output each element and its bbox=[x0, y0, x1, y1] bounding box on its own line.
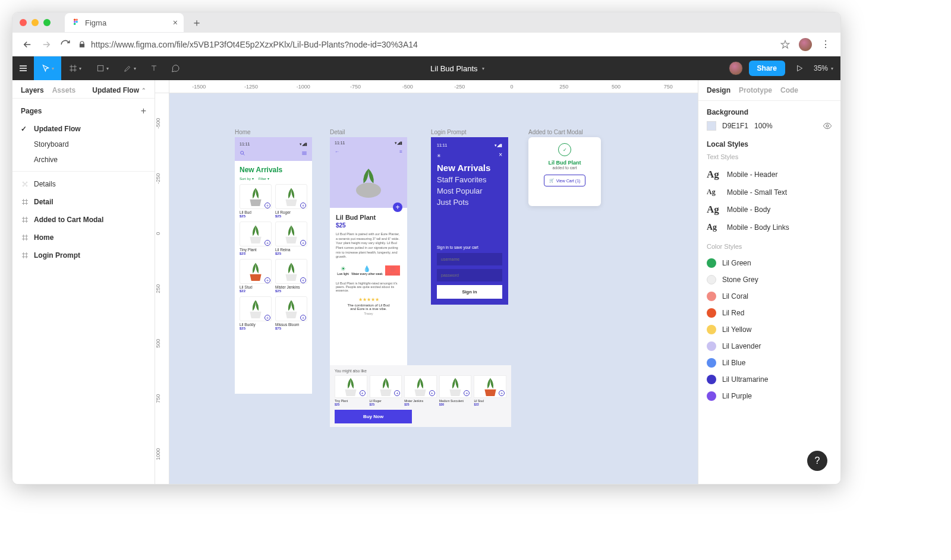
page-selector[interactable]: Updated Flow ⌃ bbox=[92, 86, 146, 94]
present-button[interactable] bbox=[791, 56, 808, 80]
view-cart-button: 🛒 View Cart (1) bbox=[544, 175, 586, 186]
also-card: + Lil Roger$25 bbox=[370, 375, 402, 406]
browser-window: Figma × ＋ https://www.figma.com/file/x5V… bbox=[12, 12, 841, 485]
help-button[interactable]: ? bbox=[807, 451, 827, 471]
color-style-row[interactable]: Lil Red bbox=[707, 305, 832, 321]
code-tab[interactable]: Code bbox=[780, 86, 798, 94]
page-item[interactable]: Storyboard bbox=[12, 137, 155, 152]
text-tool[interactable] bbox=[143, 56, 165, 80]
main-menu-button[interactable] bbox=[12, 56, 34, 80]
bg-opacity[interactable]: 100% bbox=[754, 122, 773, 130]
star-rating: ★★★★★ bbox=[336, 297, 401, 302]
color-style-row[interactable]: Lil Blue bbox=[707, 355, 832, 371]
product-card: + Missus Bloom$75 bbox=[275, 296, 307, 330]
text-style-row[interactable]: AgMobile - Small Text bbox=[707, 184, 832, 200]
page-item[interactable]: ✓Updated Flow bbox=[12, 121, 155, 137]
zoom-level[interactable]: 35% ▾ bbox=[814, 64, 833, 72]
pen-tool[interactable]: ▾ bbox=[116, 56, 143, 80]
browser-menu-button[interactable]: ⋮ bbox=[819, 38, 832, 51]
design-tab[interactable]: Design bbox=[707, 86, 730, 94]
frame-login[interactable]: 11:11▾◢▮ ✳ × New ArrivalsStaff Favorites… bbox=[431, 137, 508, 305]
color-style-row[interactable]: Lil Coral bbox=[707, 288, 832, 305]
svg-point-2 bbox=[74, 21, 76, 23]
reload-button[interactable] bbox=[59, 38, 72, 51]
new-tab-button[interactable]: ＋ bbox=[188, 14, 205, 31]
add-page-button[interactable]: + bbox=[141, 106, 146, 116]
frame-tool[interactable]: ▾ bbox=[61, 56, 89, 80]
text-style-row[interactable]: AgMobile - Header bbox=[707, 165, 832, 184]
page-item[interactable]: Archive bbox=[12, 152, 155, 167]
frame-icon bbox=[21, 216, 29, 224]
layer-item[interactable]: Detail bbox=[12, 193, 155, 211]
sparkle-icon: ✳ bbox=[437, 153, 441, 159]
url-field[interactable]: https://www.figma.com/file/x5VB1P3fOt4E5… bbox=[78, 36, 773, 53]
text-style-row[interactable]: AgMobile - Body bbox=[707, 200, 832, 219]
frame-home[interactable]: 11:11▾◢▮ New Arrivals bbox=[235, 137, 312, 394]
svg-point-7 bbox=[23, 185, 24, 186]
product-card: + Lil Buddy$25 bbox=[240, 296, 272, 330]
add-to-cart-fab: + bbox=[393, 203, 402, 212]
comment-tool[interactable] bbox=[165, 56, 186, 80]
close-window-button[interactable] bbox=[20, 19, 27, 26]
color-style-row[interactable]: Stone Grey bbox=[707, 271, 832, 288]
svg-point-0 bbox=[74, 19, 76, 21]
traffic-lights bbox=[20, 19, 51, 26]
layer-item[interactable]: Home bbox=[12, 229, 155, 246]
svg-point-13 bbox=[826, 125, 829, 127]
detail-continued: You might also like + Tiny Plant$25 + Li… bbox=[330, 365, 511, 453]
back-button[interactable] bbox=[21, 38, 34, 51]
text-style-row[interactable]: AgMobile - Body Links bbox=[707, 219, 832, 236]
sun-icon: ☀ bbox=[337, 265, 349, 272]
add-icon: + bbox=[300, 240, 306, 246]
layers-tab[interactable]: Layers bbox=[21, 86, 44, 94]
profile-avatar[interactable] bbox=[799, 38, 812, 51]
frame-icon bbox=[21, 251, 29, 260]
svg-point-3 bbox=[75, 21, 78, 23]
browser-tab[interactable]: Figma × bbox=[65, 13, 184, 32]
bookmark-button[interactable] bbox=[779, 38, 792, 51]
assets-tab[interactable]: Assets bbox=[52, 86, 75, 94]
svg-point-6 bbox=[23, 182, 24, 183]
color-style-row[interactable]: Lil Ultramarine bbox=[707, 371, 832, 388]
share-button[interactable]: Share bbox=[749, 61, 785, 76]
document-title[interactable]: Lil Bud Plants ▾ bbox=[186, 64, 729, 73]
login-menu-item: Just Pots bbox=[437, 198, 502, 207]
visibility-toggle-icon[interactable] bbox=[823, 121, 832, 131]
move-tool[interactable]: ▾ bbox=[34, 56, 61, 80]
hamburger-icon bbox=[301, 150, 307, 156]
layer-item[interactable]: Details bbox=[12, 175, 155, 193]
color-style-row[interactable]: Lil Lavender bbox=[707, 338, 832, 355]
tab-close-icon[interactable]: × bbox=[173, 18, 178, 27]
tab-title: Figma bbox=[85, 18, 106, 27]
drop-icon: 💧 bbox=[351, 265, 383, 272]
bg-hex[interactable]: D9E1F1 bbox=[722, 122, 748, 130]
product-card: + Lil Bud$25 bbox=[240, 184, 272, 218]
ruler-vertical: -500-25002505007501000 bbox=[155, 93, 169, 484]
svg-point-4 bbox=[74, 23, 76, 26]
figma-logo-icon bbox=[72, 18, 80, 27]
canvas[interactable]: -1500-1250-1000-750-500-2500250500750 -5… bbox=[155, 80, 698, 484]
bg-swatch[interactable] bbox=[707, 121, 716, 131]
also-card: + Mister Jenkins$25 bbox=[404, 375, 437, 406]
product-card: + Lil Stud$22 bbox=[240, 259, 272, 293]
maximize-window-button[interactable] bbox=[43, 19, 51, 26]
layer-item[interactable]: Login Prompt bbox=[12, 246, 155, 264]
prototype-tab[interactable]: Prototype bbox=[739, 86, 772, 94]
ruler-corner bbox=[155, 80, 169, 93]
check-icon: ✓ bbox=[558, 143, 571, 156]
color-style-row[interactable]: Lil Green bbox=[707, 255, 832, 271]
frame-detail[interactable]: 11:11▾◢▮ ←≡ + Lil Bud Pl bbox=[330, 137, 407, 398]
add-icon: + bbox=[300, 203, 306, 208]
login-menu-item: Staff Favorites bbox=[437, 175, 502, 184]
frame-modal[interactable]: ✓ Lil Bud Plant added to cart 🛒 View Car… bbox=[528, 137, 601, 206]
color-style-row[interactable]: Lil Yellow bbox=[707, 321, 832, 338]
frame-label: Login Prompt bbox=[431, 129, 466, 135]
layer-item[interactable]: Added to Cart Modal bbox=[12, 211, 155, 229]
user-avatar[interactable] bbox=[729, 61, 743, 75]
forward-button bbox=[40, 38, 53, 51]
product-card: + Mister Jenkins$25 bbox=[275, 259, 307, 293]
hamburger-icon: ≡ bbox=[399, 149, 402, 154]
shape-tool[interactable]: ▾ bbox=[89, 56, 116, 80]
color-style-row[interactable]: Lil Purple bbox=[707, 388, 832, 404]
minimize-window-button[interactable] bbox=[32, 19, 39, 26]
